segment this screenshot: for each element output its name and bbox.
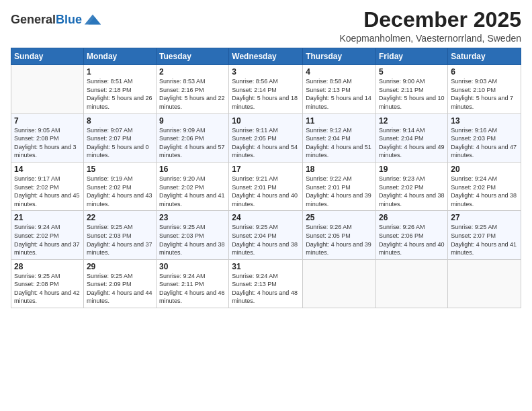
calendar-table: Sunday Monday Tuesday Wednesday Thursday… bbox=[11, 48, 521, 308]
day-number: 31 bbox=[232, 262, 300, 271]
day-info: Sunrise: 9:24 AMSunset: 2:02 PMDaylight:… bbox=[14, 223, 81, 257]
day-cell-w5-d2: 29Sunrise: 9:25 AMSunset: 2:09 PMDayligh… bbox=[83, 259, 156, 308]
day-info: Sunrise: 9:03 AMSunset: 2:10 PMDaylight:… bbox=[451, 77, 518, 111]
day-cell-w2-d6: 12Sunrise: 9:14 AMSunset: 2:04 PMDayligh… bbox=[376, 113, 448, 162]
day-number: 1 bbox=[87, 67, 153, 77]
day-cell-w2-d5: 11Sunrise: 9:12 AMSunset: 2:04 PMDayligh… bbox=[303, 113, 376, 162]
day-number: 25 bbox=[306, 213, 373, 222]
day-cell-w4-d2: 22Sunrise: 9:25 AMSunset: 2:03 PMDayligh… bbox=[83, 211, 156, 259]
day-cell-w1-d7: 6Sunrise: 9:03 AMSunset: 2:10 PMDaylight… bbox=[448, 65, 521, 113]
day-cell-w5-d4: 31Sunrise: 9:24 AMSunset: 2:13 PMDayligh… bbox=[229, 259, 303, 308]
day-cell-w3-d5: 18Sunrise: 9:22 AMSunset: 2:01 PMDayligh… bbox=[303, 162, 376, 210]
day-cell-w5-d7 bbox=[448, 259, 521, 308]
day-info: Sunrise: 9:25 AMSunset: 2:03 PMDaylight:… bbox=[159, 223, 226, 257]
day-number: 22 bbox=[87, 213, 153, 222]
day-number: 15 bbox=[87, 165, 153, 174]
day-cell-w5-d6 bbox=[376, 259, 448, 308]
day-info: Sunrise: 9:25 AMSunset: 2:07 PMDaylight:… bbox=[451, 223, 518, 257]
week-row-1: 1Sunrise: 8:51 AMSunset: 2:18 PMDaylight… bbox=[11, 65, 521, 113]
day-info: Sunrise: 9:25 AMSunset: 2:09 PMDaylight:… bbox=[87, 272, 153, 306]
day-cell-w1-d5: 4Sunrise: 8:58 AMSunset: 2:13 PMDaylight… bbox=[303, 65, 376, 113]
day-cell-w3-d1: 14Sunrise: 9:17 AMSunset: 2:02 PMDayligh… bbox=[11, 162, 84, 210]
col-monday: Monday bbox=[83, 48, 156, 65]
day-cell-w4-d1: 21Sunrise: 9:24 AMSunset: 2:02 PMDayligh… bbox=[11, 211, 84, 259]
day-number: 13 bbox=[451, 116, 518, 126]
day-number: 21 bbox=[14, 213, 81, 222]
day-info: Sunrise: 9:21 AMSunset: 2:01 PMDaylight:… bbox=[232, 175, 300, 208]
day-number: 18 bbox=[306, 165, 373, 174]
day-info: Sunrise: 9:09 AMSunset: 2:06 PMDaylight:… bbox=[159, 126, 226, 160]
day-number: 6 bbox=[451, 67, 518, 77]
title-block: December 2025 Koepmanholmen, Vaesternorr… bbox=[339, 8, 521, 44]
day-cell-w1-d1 bbox=[11, 65, 84, 113]
day-info: Sunrise: 9:25 AMSunset: 2:08 PMDaylight:… bbox=[14, 272, 81, 306]
day-number: 12 bbox=[379, 116, 445, 126]
col-wednesday: Wednesday bbox=[229, 48, 303, 65]
day-number: 17 bbox=[232, 165, 300, 174]
day-info: Sunrise: 9:11 AMSunset: 2:05 PMDaylight:… bbox=[232, 126, 300, 160]
day-cell-w5-d3: 30Sunrise: 9:24 AMSunset: 2:11 PMDayligh… bbox=[157, 259, 229, 308]
col-sunday: Sunday bbox=[11, 48, 84, 65]
day-info: Sunrise: 9:17 AMSunset: 2:02 PMDaylight:… bbox=[14, 175, 81, 208]
day-info: Sunrise: 9:20 AMSunset: 2:02 PMDaylight:… bbox=[159, 175, 226, 208]
location: Koepmanholmen, Vaesternorrland, Sweden bbox=[339, 33, 521, 44]
day-cell-w5-d1: 28Sunrise: 9:25 AMSunset: 2:08 PMDayligh… bbox=[11, 259, 84, 308]
day-cell-w3-d6: 19Sunrise: 9:23 AMSunset: 2:02 PMDayligh… bbox=[376, 162, 448, 210]
day-info: Sunrise: 9:12 AMSunset: 2:04 PMDaylight:… bbox=[306, 126, 373, 160]
day-info: Sunrise: 9:16 AMSunset: 2:03 PMDaylight:… bbox=[451, 126, 518, 160]
day-number: 27 bbox=[451, 213, 518, 222]
day-number: 30 bbox=[159, 262, 226, 271]
day-info: Sunrise: 9:00 AMSunset: 2:11 PMDaylight:… bbox=[379, 77, 445, 111]
col-tuesday: Tuesday bbox=[157, 48, 229, 65]
day-info: Sunrise: 9:24 AMSunset: 2:13 PMDaylight:… bbox=[232, 272, 300, 306]
col-thursday: Thursday bbox=[303, 48, 376, 65]
day-info: Sunrise: 9:25 AMSunset: 2:04 PMDaylight:… bbox=[232, 223, 300, 257]
day-cell-w3-d4: 17Sunrise: 9:21 AMSunset: 2:01 PMDayligh… bbox=[229, 162, 303, 210]
month-title: December 2025 bbox=[339, 8, 521, 32]
logo-icon bbox=[83, 11, 102, 30]
day-info: Sunrise: 9:24 AMSunset: 2:02 PMDaylight:… bbox=[451, 175, 518, 208]
day-number: 16 bbox=[159, 165, 226, 174]
day-cell-w1-d6: 5Sunrise: 9:00 AMSunset: 2:11 PMDaylight… bbox=[376, 65, 448, 113]
day-info: Sunrise: 9:26 AMSunset: 2:05 PMDaylight:… bbox=[306, 223, 373, 257]
calendar-header-row: Sunday Monday Tuesday Wednesday Thursday… bbox=[11, 48, 521, 65]
day-number: 7 bbox=[14, 116, 81, 126]
day-info: Sunrise: 9:07 AMSunset: 2:07 PMDaylight:… bbox=[87, 126, 153, 160]
day-cell-w1-d4: 3Sunrise: 8:56 AMSunset: 2:14 PMDaylight… bbox=[229, 65, 303, 113]
page-container: GeneralBlue December 2025 Koepmanholmen,… bbox=[0, 0, 532, 411]
day-number: 26 bbox=[379, 213, 445, 222]
day-cell-w2-d1: 7Sunrise: 9:05 AMSunset: 2:08 PMDaylight… bbox=[11, 113, 84, 162]
day-cell-w2-d2: 8Sunrise: 9:07 AMSunset: 2:07 PMDaylight… bbox=[83, 113, 156, 162]
day-number: 23 bbox=[159, 213, 226, 222]
day-info: Sunrise: 9:25 AMSunset: 2:03 PMDaylight:… bbox=[87, 223, 153, 257]
day-number: 29 bbox=[87, 262, 153, 271]
day-number: 3 bbox=[232, 67, 300, 77]
day-info: Sunrise: 9:22 AMSunset: 2:01 PMDaylight:… bbox=[306, 175, 373, 208]
day-cell-w5-d5 bbox=[303, 259, 376, 308]
day-cell-w4-d6: 26Sunrise: 9:26 AMSunset: 2:06 PMDayligh… bbox=[376, 211, 448, 259]
week-row-5: 28Sunrise: 9:25 AMSunset: 2:08 PMDayligh… bbox=[11, 259, 521, 308]
day-cell-w3-d7: 20Sunrise: 9:24 AMSunset: 2:02 PMDayligh… bbox=[448, 162, 521, 210]
day-number: 11 bbox=[306, 116, 373, 126]
day-number: 8 bbox=[87, 116, 153, 126]
day-number: 10 bbox=[232, 116, 300, 126]
day-number: 14 bbox=[14, 165, 81, 174]
day-number: 20 bbox=[451, 165, 518, 174]
day-cell-w1-d2: 1Sunrise: 8:51 AMSunset: 2:18 PMDaylight… bbox=[83, 65, 156, 113]
day-number: 4 bbox=[306, 67, 373, 77]
day-cell-w4-d4: 24Sunrise: 9:25 AMSunset: 2:04 PMDayligh… bbox=[229, 211, 303, 259]
day-info: Sunrise: 9:14 AMSunset: 2:04 PMDaylight:… bbox=[379, 126, 445, 160]
col-saturday: Saturday bbox=[448, 48, 521, 65]
logo-blue-text: Blue bbox=[56, 13, 82, 26]
day-cell-w3-d3: 16Sunrise: 9:20 AMSunset: 2:02 PMDayligh… bbox=[157, 162, 229, 210]
day-cell-w2-d4: 10Sunrise: 9:11 AMSunset: 2:05 PMDayligh… bbox=[229, 113, 303, 162]
day-cell-w4-d5: 25Sunrise: 9:26 AMSunset: 2:05 PMDayligh… bbox=[303, 211, 376, 259]
day-cell-w2-d3: 9Sunrise: 9:09 AMSunset: 2:06 PMDaylight… bbox=[157, 113, 229, 162]
day-number: 9 bbox=[159, 116, 226, 126]
day-number: 28 bbox=[14, 262, 81, 271]
day-info: Sunrise: 9:24 AMSunset: 2:11 PMDaylight:… bbox=[159, 272, 226, 306]
day-info: Sunrise: 9:26 AMSunset: 2:06 PMDaylight:… bbox=[379, 223, 445, 257]
day-info: Sunrise: 8:58 AMSunset: 2:13 PMDaylight:… bbox=[306, 77, 373, 111]
logo-general-text: General bbox=[11, 13, 56, 26]
day-number: 5 bbox=[379, 67, 445, 77]
